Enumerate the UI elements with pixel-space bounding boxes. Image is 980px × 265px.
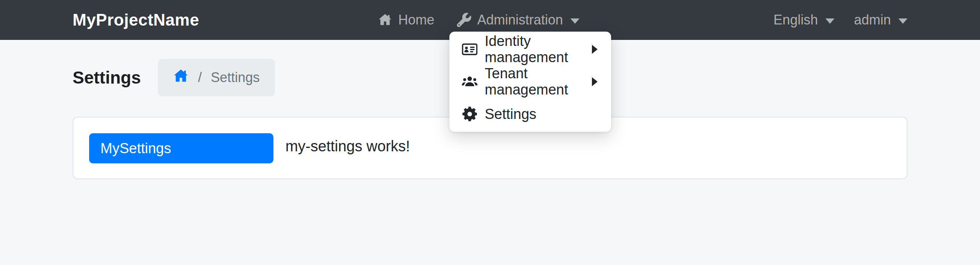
chevron-right-icon [592, 45, 598, 54]
gear-icon [461, 106, 478, 122]
nav-item-administration[interactable]: Administration [457, 12, 579, 28]
chevron-down-icon [898, 18, 907, 24]
menu-item-label: Settings [485, 106, 598, 122]
administration-dropdown-menu: Identity management Tenant management Se… [449, 32, 611, 132]
wrench-icon [457, 13, 471, 27]
chevron-right-icon [592, 77, 598, 86]
settings-content-text: my-settings works! [285, 136, 410, 156]
username-label: admin [854, 12, 891, 28]
navbar-right: English admin [773, 12, 907, 28]
nav-item-label: Home [398, 12, 434, 28]
brand[interactable]: MyProjectName [73, 11, 199, 29]
nav-item-home[interactable]: Home [378, 12, 434, 28]
menu-item-tenant-management[interactable]: Tenant management [449, 65, 611, 98]
user-dropdown[interactable]: admin [854, 12, 907, 28]
breadcrumb-separator: / [198, 70, 202, 85]
language-label: English [773, 12, 818, 28]
menu-item-identity-management[interactable]: Identity management [449, 33, 611, 65]
home-icon [378, 13, 392, 27]
language-dropdown[interactable]: English [773, 12, 834, 28]
menu-item-label: Identity management [485, 33, 585, 65]
menu-item-label: Tenant management [485, 65, 585, 98]
chevron-down-icon [571, 18, 579, 24]
tab-my-settings[interactable]: MySettings [89, 133, 274, 163]
home-icon [173, 68, 189, 87]
nav-item-label: Administration [477, 12, 563, 28]
id-card-icon [461, 41, 478, 57]
breadcrumb-current: Settings [211, 70, 259, 85]
users-icon [461, 73, 478, 90]
page-title: Settings [73, 67, 141, 88]
breadcrumb: / Settings [158, 59, 275, 96]
breadcrumb-home-link[interactable] [173, 68, 189, 87]
chevron-down-icon [826, 18, 834, 24]
menu-item-settings[interactable]: Settings [449, 98, 611, 130]
